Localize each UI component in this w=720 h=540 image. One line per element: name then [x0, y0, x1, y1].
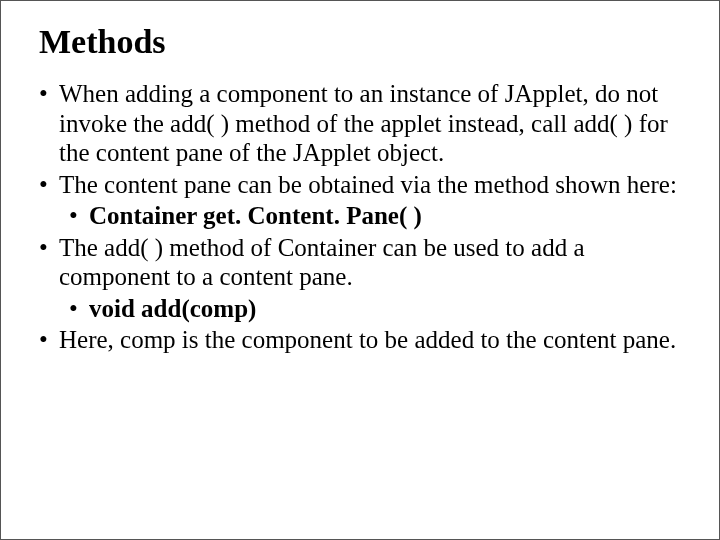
bullet-item: • The add( ) method of Container can be … [39, 233, 689, 292]
bullet-item: • When adding a component to an instance… [39, 79, 689, 168]
bullet-text: The content pane can be obtained via the… [59, 170, 689, 200]
bullet-item: • The content pane can be obtained via t… [39, 170, 689, 200]
bullet-text: Here, comp is the component to be added … [59, 325, 689, 355]
bullet-text: When adding a component to an instance o… [59, 79, 689, 168]
slide-body: • When adding a component to an instance… [39, 79, 689, 355]
slide-title: Methods [39, 23, 695, 61]
sub-bullet-item: • Container get. Content. Pane( ) [69, 201, 689, 231]
bullet-marker: • [39, 233, 59, 292]
bullet-marker: • [39, 325, 59, 355]
bullet-text: void add(comp) [89, 294, 689, 324]
bullet-item: • Here, comp is the component to be adde… [39, 325, 689, 355]
bullet-marker: • [69, 294, 89, 324]
bullet-marker: • [39, 170, 59, 200]
slide: Methods • When adding a component to an … [0, 0, 720, 540]
bullet-marker: • [69, 201, 89, 231]
bullet-text: Container get. Content. Pane( ) [89, 201, 689, 231]
bullet-marker: • [39, 79, 59, 168]
bullet-text: The add( ) method of Container can be us… [59, 233, 689, 292]
sub-bullet-item: • void add(comp) [69, 294, 689, 324]
